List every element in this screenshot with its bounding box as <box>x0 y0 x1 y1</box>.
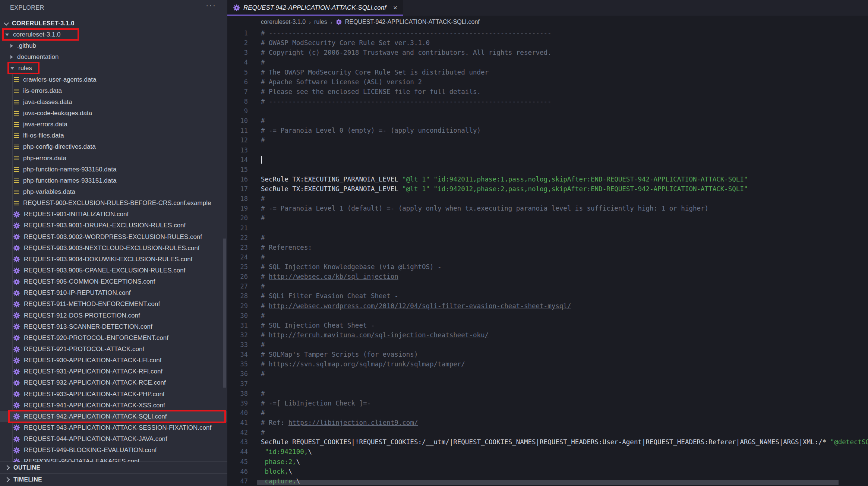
code-line[interactable]: 17SecRule TX:EXECUTING_PARANOIA_LEVEL "@… <box>227 184 868 194</box>
code-line[interactable]: 40# <box>227 408 868 418</box>
tree-item[interactable]: iis-errors.data <box>0 85 227 97</box>
tree-item[interactable]: REQUEST-942-APPLICATION-ATTACK-SQLI.conf <box>0 411 227 422</box>
outline-panel-header[interactable]: OUTLINE <box>0 461 227 473</box>
tree-item[interactable]: REQUEST-903.9004-DOKUWIKI-EXCLUSION-RULE… <box>0 254 227 265</box>
gear-icon <box>13 413 20 420</box>
breadcrumb-folder[interactable]: coreruleset-3.1.0 <box>261 19 306 25</box>
tree-item[interactable]: REQUEST-931-APPLICATION-ATTACK-RFI.conf <box>0 366 227 377</box>
code-line[interactable]: 33# <box>227 340 868 350</box>
tree-item[interactable]: REQUEST-905-COMMON-EXCEPTIONS.conf <box>0 276 227 287</box>
code-line[interactable]: 10# <box>227 116 868 126</box>
code-line[interactable]: 37 <box>227 379 868 389</box>
code-editor[interactable]: 1# -------------------------------------… <box>227 28 868 486</box>
code-line[interactable]: 27# <box>227 281 868 291</box>
tree-item[interactable]: REQUEST-913-SCANNER-DETECTION.conf <box>0 321 227 332</box>
tree-item[interactable]: REQUEST-930-APPLICATION-ATTACK-LFI.conf <box>0 355 227 366</box>
code-line[interactable]: 1# -------------------------------------… <box>227 28 868 38</box>
tree-item[interactable]: java-classes.data <box>0 97 227 108</box>
tree-item[interactable]: REQUEST-920-PROTOCOL-ENFORCEMENT.conf <box>0 332 227 344</box>
breadcrumb-file[interactable]: REQUEST-942-APPLICATION-ATTACK-SQLI.conf <box>345 19 480 25</box>
code-line[interactable]: 45 phase:2,\ <box>227 457 868 467</box>
tree-item[interactable]: REQUEST-932-APPLICATION-ATTACK-RCE.conf <box>0 377 227 388</box>
tree-item[interactable]: REQUEST-921-PROTOCOL-ATTACK.conf <box>0 344 227 355</box>
tree-item[interactable]: REQUEST-941-APPLICATION-ATTACK-XSS.conf <box>0 400 227 411</box>
code-line[interactable]: 31# SQL Injection Cheat Sheet - <box>227 321 868 330</box>
timeline-panel-header[interactable]: TIMELINE <box>0 473 227 485</box>
tree-item[interactable]: REQUEST-903.9005-CPANEL-EXCLUSION-RULES.… <box>0 265 227 276</box>
code-line[interactable]: 12# <box>227 135 868 145</box>
workspace-section-header[interactable]: CORERULESET-3.1.0 <box>0 18 227 29</box>
code-line[interactable]: 29# http://websec.wordpress.com/2010/12/… <box>227 301 868 311</box>
tree-item[interactable]: rules <box>0 63 227 74</box>
tree-item[interactable]: php-function-names-933150.data <box>0 164 227 175</box>
code-line[interactable]: 14 <box>227 155 868 165</box>
code-line[interactable]: 32# http://ferruh.mavituna.com/sql-injec… <box>227 330 868 340</box>
more-actions-icon[interactable]: ··· <box>206 1 216 10</box>
tree-item[interactable]: REQUEST-943-APPLICATION-ATTACK-SESSION-F… <box>0 422 227 433</box>
code-line[interactable]: 43SecRule REQUEST_COOKIES|!REQUEST_COOKI… <box>227 437 868 447</box>
code-line[interactable]: 16SecRule TX:EXECUTING_PARANOIA_LEVEL "@… <box>227 174 868 184</box>
tree-item[interactable]: REQUEST-901-INITIALIZATION.conf <box>0 209 227 220</box>
code-line[interactable]: 2# OWASP ModSecurity Core Rule Set ver.3… <box>227 38 868 48</box>
code-line[interactable]: 22# <box>227 233 868 243</box>
code-line[interactable]: 25# SQL Injection Knowledgebase (via @Li… <box>227 262 868 272</box>
tree-item[interactable]: coreruleset-3.1.0 <box>0 29 227 40</box>
code-line[interactable]: 11# -= Paranoia Level 0 (empty) =- (appl… <box>227 126 868 135</box>
code-line[interactable]: 34# SQLMap's Tamper Scripts (for evasion… <box>227 350 868 359</box>
sidebar-scrollbar[interactable] <box>223 239 226 388</box>
code-line[interactable]: 9 <box>227 106 868 116</box>
code-line[interactable]: 38# <box>227 389 868 398</box>
data-file-icon <box>14 167 19 172</box>
tab-request-942-sqli[interactable]: REQUEST-942-APPLICATION-ATTACK-SQLI.conf… <box>227 0 403 16</box>
code-line[interactable]: 36# <box>227 369 868 379</box>
tree-item[interactable]: java-code-leakages.data <box>0 108 227 119</box>
code-line[interactable]: 35# https://svn.sqlmap.org/sqlmap/trunk/… <box>227 359 868 369</box>
tree-item[interactable]: php-variables.data <box>0 186 227 198</box>
tree-item[interactable]: crawlers-user-agents.data <box>0 74 227 85</box>
code-line[interactable]: 5# The OWASP ModSecurity Core Rule Set i… <box>227 67 868 77</box>
tree-item[interactable]: REQUEST-933-APPLICATION-ATTACK-PHP.conf <box>0 389 227 400</box>
workspace-section-label: CORERULESET-3.1.0 <box>12 20 75 27</box>
tree-item[interactable]: REQUEST-903.9001-DRUPAL-EXCLUSION-RULES.… <box>0 220 227 231</box>
code-line[interactable]: 15 <box>227 165 868 174</box>
tree-item[interactable]: php-errors.data <box>0 153 227 164</box>
tree-item[interactable]: REQUEST-912-DOS-PROTECTION.conf <box>0 310 227 321</box>
code-line[interactable]: 28# SQLi Filter Evasion Cheat Sheet - <box>227 291 868 301</box>
tree-item[interactable]: REQUEST-910-IP-REPUTATION.conf <box>0 287 227 299</box>
code-line[interactable]: 42# <box>227 427 868 437</box>
code-line[interactable]: 7# Please see the enclosed LICENSE file … <box>227 87 868 97</box>
code-line[interactable]: 4# <box>227 57 868 67</box>
code-line[interactable]: 19# -= Paranoia Level 1 (default) =- (ap… <box>227 203 868 213</box>
code-line[interactable]: 46 block,\ <box>227 467 868 476</box>
code-line[interactable]: 44 "id:942100,\ <box>227 447 868 457</box>
tree-item[interactable]: REQUEST-911-METHOD-ENFORCEMENT.conf <box>0 299 227 310</box>
tree-item[interactable]: REQUEST-903.9003-NEXTCLOUD-EXCLUSION-RUL… <box>0 243 227 254</box>
code-line[interactable]: 18# <box>227 194 868 203</box>
code-line[interactable]: 13 <box>227 145 868 155</box>
tree-item[interactable]: php-function-names-933151.data <box>0 175 227 186</box>
code-line[interactable]: 20# <box>227 213 868 223</box>
code-line[interactable]: 39# -=[ LibInjection Check ]=- <box>227 398 868 408</box>
tree-item[interactable]: lfi-os-files.data <box>0 130 227 141</box>
code-line[interactable]: 23# References: <box>227 243 868 252</box>
tree-item[interactable]: php-config-directives.data <box>0 141 227 152</box>
tree-item[interactable]: .github <box>0 40 227 51</box>
tree-item[interactable]: REQUEST-944-APPLICATION-ATTACK-JAVA.conf <box>0 433 227 445</box>
code-line[interactable]: 30# <box>227 311 868 321</box>
code-line[interactable]: 24# <box>227 252 868 262</box>
code-line[interactable]: 21 <box>227 223 868 233</box>
code-line[interactable]: 3# Copyright (c) 2006-2018 Trustwave and… <box>227 48 868 57</box>
line-number: 5 <box>227 69 248 76</box>
tree-item[interactable]: REQUEST-949-BLOCKING-EVALUATION.conf <box>0 445 227 456</box>
breadcrumb-folder[interactable]: rules <box>314 19 327 25</box>
code-line[interactable]: 6# Apache Software License (ASL) version… <box>227 77 868 87</box>
tree-item[interactable]: REQUEST-900-EXCLUSION-RULES-BEFORE-CRS.c… <box>0 198 227 209</box>
close-icon[interactable]: × <box>393 4 397 12</box>
code-line[interactable]: 41# Ref: https://libinjection.client9.co… <box>227 418 868 427</box>
tree-item[interactable]: documentation <box>0 51 227 63</box>
code-line[interactable]: 8# -------------------------------------… <box>227 97 868 106</box>
tree-item[interactable]: java-errors.data <box>0 119 227 130</box>
horizontal-scrollbar[interactable] <box>257 480 839 485</box>
tree-item[interactable]: REQUEST-903.9002-WORDPRESS-EXCLUSION-RUL… <box>0 231 227 243</box>
code-line[interactable]: 26# http://websec.ca/kb/sql_injection <box>227 272 868 281</box>
